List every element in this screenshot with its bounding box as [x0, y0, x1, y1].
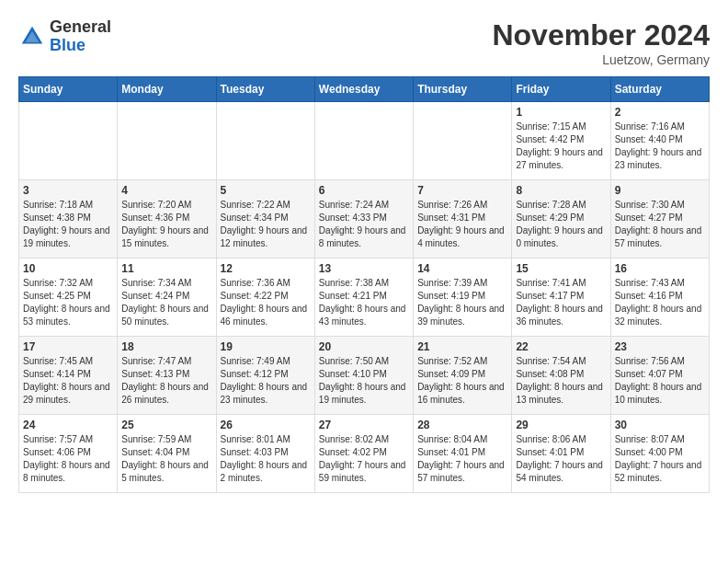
day-number: 14 [417, 262, 507, 275]
logo: General Blue [18, 18, 111, 55]
day-info: Sunrise: 7:39 AM Sunset: 4:19 PM Dayligh… [417, 277, 507, 328]
day-info: Sunrise: 8:06 AM Sunset: 4:01 PM Dayligh… [516, 433, 606, 485]
calendar-cell: 4Sunrise: 7:20 AM Sunset: 4:36 PM Daylig… [118, 180, 216, 259]
calendar-cell: 15Sunrise: 7:41 AM Sunset: 4:17 PM Dayli… [512, 259, 610, 337]
day-info: Sunrise: 7:59 AM Sunset: 4:04 PM Dayligh… [121, 433, 211, 485]
day-info: Sunrise: 7:22 AM Sunset: 4:34 PM Dayligh… [221, 199, 311, 250]
day-number: 20 [319, 340, 409, 353]
weekday-header-sunday: Sunday [19, 77, 118, 102]
calendar-cell: 23Sunrise: 7:56 AM Sunset: 4:07 PM Dayli… [610, 337, 709, 415]
calendar-cell: 1Sunrise: 7:15 AM Sunset: 4:42 PM Daylig… [512, 102, 610, 180]
day-number: 28 [417, 419, 507, 431]
weekday-header-tuesday: Tuesday [216, 77, 314, 102]
calendar-cell: 8Sunrise: 7:28 AM Sunset: 4:29 PM Daylig… [512, 180, 610, 259]
calendar-cell: 10Sunrise: 7:32 AM Sunset: 4:25 PM Dayli… [19, 259, 118, 337]
day-number: 1 [516, 106, 606, 119]
weekday-header-thursday: Thursday [414, 77, 512, 102]
title-area: November 2024 Luetzow, Germany [492, 18, 710, 67]
day-number: 24 [23, 419, 113, 431]
day-info: Sunrise: 7:49 AM Sunset: 4:12 PM Dayligh… [221, 355, 311, 407]
calendar-cell: 24Sunrise: 7:57 AM Sunset: 4:06 PM Dayli… [19, 415, 118, 493]
logo-general: General [50, 18, 111, 37]
day-number: 29 [516, 419, 606, 431]
day-info: Sunrise: 8:07 AM Sunset: 4:00 PM Dayligh… [615, 433, 705, 485]
day-number: 6 [319, 184, 409, 197]
day-number: 30 [615, 419, 705, 431]
calendar-cell: 13Sunrise: 7:38 AM Sunset: 4:21 PM Dayli… [314, 259, 413, 337]
location: Luetzow, Germany [492, 52, 710, 67]
day-number: 4 [121, 184, 211, 197]
day-number: 25 [121, 419, 211, 431]
day-info: Sunrise: 7:50 AM Sunset: 4:10 PM Dayligh… [319, 355, 409, 407]
calendar-cell: 7Sunrise: 7:26 AM Sunset: 4:31 PM Daylig… [414, 180, 512, 259]
day-number: 18 [121, 340, 211, 353]
day-info: Sunrise: 7:26 AM Sunset: 4:31 PM Dayligh… [417, 199, 507, 250]
calendar-cell: 17Sunrise: 7:45 AM Sunset: 4:14 PM Dayli… [19, 337, 118, 415]
day-number: 16 [615, 262, 705, 275]
calendar-cell: 2Sunrise: 7:16 AM Sunset: 4:40 PM Daylig… [610, 102, 709, 180]
day-info: Sunrise: 7:38 AM Sunset: 4:21 PM Dayligh… [319, 277, 409, 328]
calendar-week-2: 3Sunrise: 7:18 AM Sunset: 4:38 PM Daylig… [19, 180, 710, 259]
logo-blue: Blue [50, 37, 111, 55]
day-info: Sunrise: 7:15 AM Sunset: 4:42 PM Dayligh… [516, 121, 606, 172]
calendar-cell: 11Sunrise: 7:34 AM Sunset: 4:24 PM Dayli… [118, 259, 216, 337]
day-number: 8 [516, 184, 606, 197]
day-info: Sunrise: 7:47 AM Sunset: 4:13 PM Dayligh… [121, 355, 211, 407]
day-info: Sunrise: 8:02 AM Sunset: 4:02 PM Dayligh… [319, 433, 409, 485]
day-info: Sunrise: 7:30 AM Sunset: 4:27 PM Dayligh… [615, 199, 705, 250]
calendar-table: SundayMondayTuesdayWednesdayThursdayFrid… [18, 76, 710, 493]
day-number: 21 [417, 340, 507, 353]
calendar-cell: 22Sunrise: 7:54 AM Sunset: 4:08 PM Dayli… [512, 337, 610, 415]
day-info: Sunrise: 7:45 AM Sunset: 4:14 PM Dayligh… [23, 355, 113, 407]
day-info: Sunrise: 7:32 AM Sunset: 4:25 PM Dayligh… [23, 277, 113, 328]
day-number: 12 [221, 262, 311, 275]
day-number: 22 [516, 340, 606, 353]
day-number: 27 [319, 419, 409, 431]
day-number: 11 [121, 262, 211, 275]
calendar-cell [19, 102, 118, 180]
weekday-header-monday: Monday [118, 77, 216, 102]
month-title: November 2024 [492, 18, 710, 52]
calendar-cell: 14Sunrise: 7:39 AM Sunset: 4:19 PM Dayli… [414, 259, 512, 337]
logo-text: General Blue [50, 18, 111, 55]
calendar-cell: 26Sunrise: 8:01 AM Sunset: 4:03 PM Dayli… [216, 415, 314, 493]
day-info: Sunrise: 7:20 AM Sunset: 4:36 PM Dayligh… [121, 199, 211, 250]
calendar-cell: 9Sunrise: 7:30 AM Sunset: 4:27 PM Daylig… [610, 180, 709, 259]
day-number: 9 [615, 184, 705, 197]
day-info: Sunrise: 7:28 AM Sunset: 4:29 PM Dayligh… [516, 199, 606, 250]
calendar-cell [314, 102, 413, 180]
calendar-cell: 5Sunrise: 7:22 AM Sunset: 4:34 PM Daylig… [216, 180, 314, 259]
calendar-cell: 30Sunrise: 8:07 AM Sunset: 4:00 PM Dayli… [610, 415, 709, 493]
day-number: 23 [615, 340, 705, 353]
day-number: 17 [23, 340, 113, 353]
day-info: Sunrise: 7:54 AM Sunset: 4:08 PM Dayligh… [516, 355, 606, 407]
day-info: Sunrise: 7:36 AM Sunset: 4:22 PM Dayligh… [221, 277, 311, 328]
day-info: Sunrise: 8:04 AM Sunset: 4:01 PM Dayligh… [417, 433, 507, 485]
calendar-cell: 12Sunrise: 7:36 AM Sunset: 4:22 PM Dayli… [216, 259, 314, 337]
calendar-cell: 18Sunrise: 7:47 AM Sunset: 4:13 PM Dayli… [118, 337, 216, 415]
calendar-cell: 16Sunrise: 7:43 AM Sunset: 4:16 PM Dayli… [610, 259, 709, 337]
weekday-header-wednesday: Wednesday [314, 77, 413, 102]
weekday-header-friday: Friday [512, 77, 610, 102]
calendar-cell: 3Sunrise: 7:18 AM Sunset: 4:38 PM Daylig… [19, 180, 118, 259]
day-number: 10 [23, 262, 113, 275]
day-info: Sunrise: 7:16 AM Sunset: 4:40 PM Dayligh… [615, 121, 705, 172]
calendar-cell: 25Sunrise: 7:59 AM Sunset: 4:04 PM Dayli… [118, 415, 216, 493]
weekday-header-row: SundayMondayTuesdayWednesdayThursdayFrid… [19, 77, 710, 102]
calendar-week-4: 17Sunrise: 7:45 AM Sunset: 4:14 PM Dayli… [19, 337, 710, 415]
day-info: Sunrise: 7:41 AM Sunset: 4:17 PM Dayligh… [516, 277, 606, 328]
calendar-week-3: 10Sunrise: 7:32 AM Sunset: 4:25 PM Dayli… [19, 259, 710, 337]
calendar-week-5: 24Sunrise: 7:57 AM Sunset: 4:06 PM Dayli… [19, 415, 710, 493]
day-info: Sunrise: 7:34 AM Sunset: 4:24 PM Dayligh… [121, 277, 211, 328]
day-number: 7 [417, 184, 507, 197]
day-number: 3 [23, 184, 113, 197]
day-info: Sunrise: 7:57 AM Sunset: 4:06 PM Dayligh… [23, 433, 113, 485]
calendar-cell [216, 102, 314, 180]
day-info: Sunrise: 7:43 AM Sunset: 4:16 PM Dayligh… [615, 277, 705, 328]
day-number: 5 [221, 184, 311, 197]
calendar-cell: 29Sunrise: 8:06 AM Sunset: 4:01 PM Dayli… [512, 415, 610, 493]
calendar-cell: 27Sunrise: 8:02 AM Sunset: 4:02 PM Dayli… [314, 415, 413, 493]
day-info: Sunrise: 7:52 AM Sunset: 4:09 PM Dayligh… [417, 355, 507, 407]
calendar-cell: 20Sunrise: 7:50 AM Sunset: 4:10 PM Dayli… [314, 337, 413, 415]
day-number: 26 [221, 419, 311, 431]
